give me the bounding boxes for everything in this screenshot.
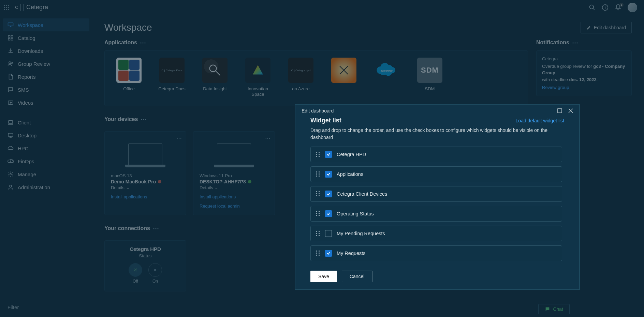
drag-handle-icon[interactable]: [316, 191, 320, 197]
edit-dashboard-dialog: Edit dashboard Widget list Load default …: [295, 104, 580, 289]
widget-label: My Requests: [337, 251, 366, 256]
drag-handle-icon[interactable]: [316, 231, 320, 236]
dialog-description: Drag and drop to change the order, and u…: [310, 127, 549, 141]
widget-checkbox[interactable]: [325, 151, 332, 158]
widget-list-item[interactable]: Cetegra Client Devices: [310, 186, 562, 202]
widget-list-item[interactable]: Operating Status: [310, 206, 562, 222]
cancel-button[interactable]: Cancel: [342, 271, 372, 282]
save-button[interactable]: Save: [310, 271, 337, 282]
widget-label: Cetegra Client Devices: [337, 191, 387, 197]
widget-list-item[interactable]: Cetegra HPD: [310, 147, 562, 162]
drag-handle-icon[interactable]: [316, 152, 320, 157]
close-icon[interactable]: [568, 108, 573, 113]
widget-checkbox[interactable]: [325, 191, 332, 197]
widget-label: My Pending Requests: [337, 231, 385, 236]
svg-rect-22: [558, 109, 562, 113]
load-default-link[interactable]: Load default widget list: [516, 118, 564, 123]
widget-checkbox[interactable]: [325, 250, 332, 257]
widget-list-item[interactable]: My Requests: [310, 245, 562, 261]
widget-label: Cetegra HPD: [337, 152, 366, 157]
widget-checkbox[interactable]: [325, 171, 332, 178]
drag-handle-icon[interactable]: [316, 171, 320, 177]
widget-label: Applications: [337, 171, 363, 177]
widget-list: Cetegra HPD Applications Cetegra Client …: [310, 147, 564, 261]
widget-label: Operating Status: [337, 211, 374, 216]
widget-list-item[interactable]: Applications: [310, 166, 562, 182]
dialog-title: Edit dashboard: [302, 108, 334, 114]
dialog-heading: Widget list: [310, 117, 341, 124]
drag-handle-icon[interactable]: [316, 211, 320, 216]
drag-handle-icon[interactable]: [316, 251, 320, 256]
maximize-icon[interactable]: [557, 108, 562, 113]
widget-list-item[interactable]: My Pending Requests: [310, 226, 562, 241]
widget-checkbox[interactable]: [325, 230, 332, 237]
widget-checkbox[interactable]: [325, 210, 332, 217]
